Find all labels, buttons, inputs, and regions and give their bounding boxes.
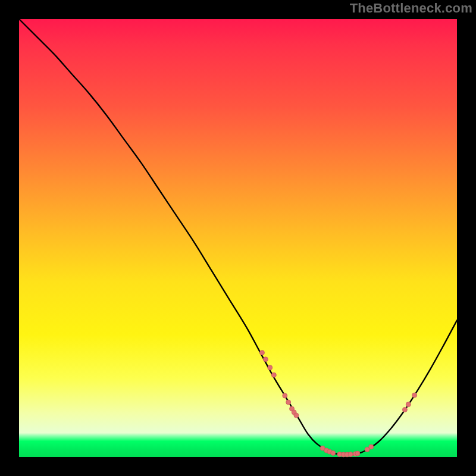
data-point — [331, 450, 336, 455]
data-point — [271, 372, 276, 377]
data-point — [286, 400, 291, 405]
data-point — [406, 402, 411, 407]
data-point — [294, 413, 299, 418]
bottleneck-curve — [19, 19, 457, 455]
watermark-text: TheBottleneck.com — [350, 1, 472, 16]
data-point — [348, 452, 353, 457]
data-point — [268, 365, 273, 370]
data-point — [263, 357, 268, 362]
data-point — [355, 451, 360, 456]
plot-area — [19, 19, 457, 457]
data-point — [259, 350, 264, 355]
data-point — [369, 444, 374, 449]
data-point-markers — [259, 350, 416, 457]
data-point — [283, 393, 287, 398]
bottleneck-curve-svg — [19, 19, 457, 457]
data-point — [412, 393, 417, 397]
chart-frame: TheBottleneck.com — [0, 0, 476, 476]
data-point — [402, 408, 407, 412]
